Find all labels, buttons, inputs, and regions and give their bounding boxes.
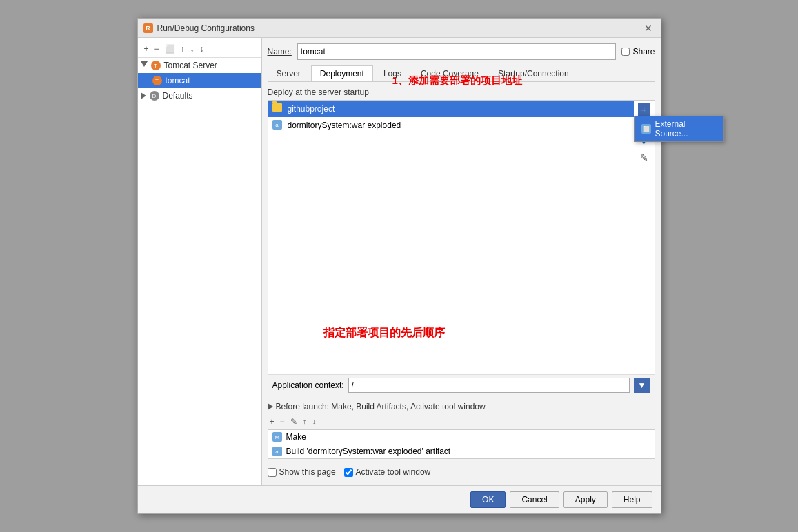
bl-item-artifact[interactable]: a Build 'dormitorySystem:war exploded' a…: [268, 444, 655, 458]
show-page-label: Show this page: [279, 467, 336, 477]
activate-tool-label: Activate tool window: [356, 467, 431, 477]
cancel-button[interactable]: Cancel: [510, 491, 559, 508]
folder-icon: [272, 103, 283, 114]
deploy-list: githubproject a dormitorySystem:war expl…: [268, 101, 634, 374]
before-launch-list: M Make a Build 'dormitorySystem:war expl…: [268, 429, 655, 459]
run-debug-dialog: R Run/Debug Configurations ✕ + − ⬜ ↑ ↓ ↕…: [137, 18, 661, 514]
deploy-item-label2: dormitorySystem:war exploded: [288, 121, 401, 130]
artifact-build-icon: a: [272, 447, 282, 456]
before-launch-toolbar: + − ✎ ↑ ↓: [268, 414, 655, 429]
tab-code-coverage[interactable]: Code Coverage: [412, 65, 488, 81]
close-button[interactable]: ✕: [641, 23, 655, 34]
deploy-label: Deploy at the server startup: [268, 88, 655, 97]
bl-item-make[interactable]: M Make: [268, 430, 655, 444]
name-input[interactable]: [297, 43, 617, 60]
activate-tool-option: Activate tool window: [344, 467, 431, 477]
tomcat-server-group[interactable]: T Tomcat Server: [138, 58, 261, 73]
dialog-footer: OK Cancel Apply Help: [138, 485, 661, 513]
bl-remove-button[interactable]: −: [278, 416, 287, 428]
bl-up-button[interactable]: ↑: [301, 416, 309, 428]
deploy-item-label: githubproject: [288, 104, 335, 114]
tomcat-child-item[interactable]: T tomcat: [138, 73, 261, 88]
app-context-input[interactable]: [348, 378, 630, 393]
tabs-bar: Server Deployment Logs Code Coverage Sta…: [268, 65, 655, 82]
dialog-body: + − ⬜ ↑ ↓ ↕ T Tomcat Server T tomcat: [138, 38, 661, 485]
tomcat-server-label: Tomcat Server: [164, 61, 217, 70]
copy-config-button[interactable]: ⬜: [163, 43, 177, 54]
external-source-label: External Source...: [655, 119, 716, 139]
bl-down-button[interactable]: ↓: [310, 416, 319, 428]
external-source-icon: ⬜: [641, 124, 651, 134]
expand-defaults-icon[interactable]: [141, 92, 146, 99]
sort-button[interactable]: ↕: [198, 43, 206, 54]
bl-item-artifact-label: Build 'dormitorySystem:war exploded' art…: [286, 447, 451, 456]
bl-edit-button[interactable]: ✎: [288, 416, 299, 428]
edit-deploy-button[interactable]: ✎: [637, 150, 652, 165]
show-page-checkbox[interactable]: [268, 468, 277, 477]
tab-startup-connection[interactable]: Startup/Connection: [489, 65, 578, 81]
deploy-item-dormitory[interactable]: a dormitorySystem:war exploded: [268, 117, 634, 134]
tomcat-child-label: tomcat: [166, 76, 190, 85]
activate-tool-checkbox[interactable]: [344, 468, 353, 477]
name-row: Name: Share: [268, 43, 655, 60]
dialog-icon: R: [143, 23, 153, 33]
tab-server[interactable]: Server: [268, 65, 310, 81]
bottom-options: Show this page Activate tool window: [268, 464, 655, 480]
name-label: Name:: [268, 47, 292, 57]
expand-tomcat-icon[interactable]: [141, 61, 148, 70]
defaults-item[interactable]: D Defaults: [138, 88, 261, 103]
share-row: Share: [621, 47, 655, 57]
bl-item-make-label: Make: [286, 432, 306, 442]
before-launch-label: Before launch: Make, Build Artifacts, Ac…: [276, 402, 486, 411]
right-panel: Name: Share Server Deployment Logs Code …: [262, 38, 661, 485]
tab-deployment[interactable]: Deployment: [311, 65, 373, 81]
help-button[interactable]: Help: [612, 491, 652, 508]
ok-button[interactable]: OK: [470, 491, 506, 508]
bl-add-button[interactable]: +: [268, 416, 277, 428]
add-deploy-popup: ⬜ External Source...: [634, 116, 724, 142]
deploy-top: githubproject a dormitorySystem:war expl…: [268, 101, 655, 374]
add-deploy-button[interactable]: +: [638, 103, 650, 116]
before-launch-header: Before launch: Make, Build Artifacts, Ac…: [268, 402, 655, 411]
make-icon: M: [272, 432, 282, 442]
defaults-label: Defaults: [163, 91, 193, 101]
defaults-icon: D: [149, 90, 160, 101]
deploy-list-wrapper: githubproject a dormitorySystem:war expl…: [268, 100, 655, 396]
app-context-label: Application context:: [272, 380, 344, 390]
show-page-option: Show this page: [268, 467, 336, 477]
left-panel: + − ⬜ ↑ ↓ ↕ T Tomcat Server T tomcat: [138, 38, 262, 485]
artifact-icon: a: [272, 120, 283, 131]
tab-logs[interactable]: Logs: [375, 65, 410, 81]
external-source-item[interactable]: ⬜ External Source...: [635, 116, 723, 141]
tomcat-child-icon: T: [152, 75, 163, 86]
tomcat-server-icon: T: [150, 60, 161, 71]
title-bar: R Run/Debug Configurations ✕: [138, 19, 661, 38]
move-up-button[interactable]: ↑: [179, 43, 187, 54]
deploy-section: Deploy at the server startup githubproje…: [268, 88, 655, 480]
share-checkbox[interactable]: [621, 48, 630, 56]
left-toolbar: + − ⬜ ↑ ↓ ↕: [138, 41, 261, 58]
dialog-title: Run/Debug Configurations: [157, 23, 641, 33]
remove-config-button[interactable]: −: [152, 43, 161, 54]
collapse-before-launch-icon[interactable]: [268, 403, 273, 410]
app-context-row: Application context: ▼: [268, 374, 655, 396]
deploy-item-github[interactable]: githubproject: [268, 101, 634, 117]
before-launch-section: Before launch: Make, Build Artifacts, Ac…: [268, 402, 655, 459]
move-down-button[interactable]: ↓: [188, 43, 197, 54]
add-config-button[interactable]: +: [142, 43, 151, 54]
apply-button[interactable]: Apply: [563, 491, 608, 508]
share-label: Share: [632, 47, 655, 57]
app-context-dropdown[interactable]: ▼: [634, 378, 650, 393]
